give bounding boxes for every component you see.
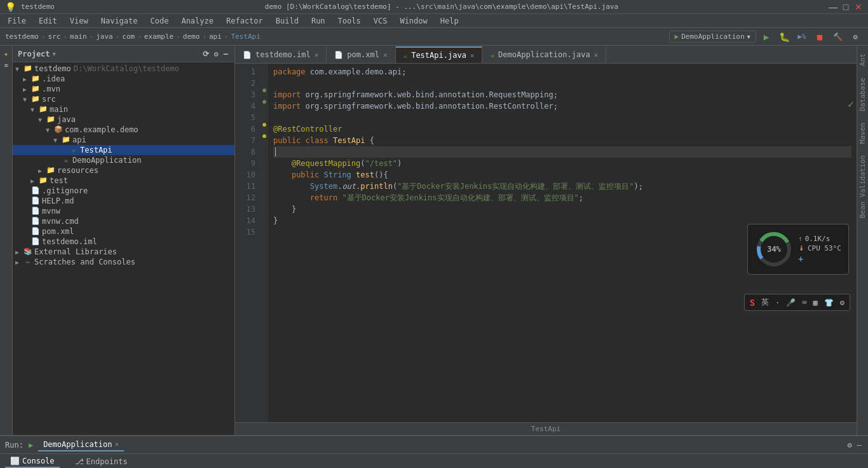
tab-testapi-java[interactable]: ☕ TestApi.java ✕ xyxy=(396,46,483,63)
database-panel-label[interactable]: Database xyxy=(857,72,868,116)
tree-item-resources[interactable]: ▶ 📁 resources xyxy=(13,165,234,176)
stop-button[interactable]: ■ xyxy=(812,29,827,45)
menu-file[interactable]: File xyxy=(3,15,31,27)
settings-toolbar-button[interactable]: ⚙ xyxy=(848,29,863,45)
tree-item-src[interactable]: ▼ 📁 src xyxy=(13,94,234,104)
main-content: ★ ≡ Project ▼ ⟳ ⚙ — ▼ 📁 testdemo D:\Work… xyxy=(0,46,868,435)
menu-edit[interactable]: Edit xyxy=(34,15,62,27)
project-panel-header: Project ▼ ⟳ ⚙ — xyxy=(13,46,234,62)
tree-arrow-java: ▼ xyxy=(38,116,46,123)
run-button[interactable]: ▶ xyxy=(759,29,774,45)
tab-pom-xml[interactable]: 📄 pom.xml ✕ xyxy=(327,46,395,63)
tree-item-demoapplication[interactable]: ▶ ☕ DemoApplication xyxy=(13,155,234,165)
tree-item-gitignore[interactable]: ▶ 📄 .gitignore xyxy=(13,186,234,196)
ime-dot-btn[interactable]: · xyxy=(773,297,782,308)
bean-validation-panel-label[interactable]: Bean Validation xyxy=(857,150,868,223)
mvnw-icon: 📄 xyxy=(31,207,41,216)
breadcrumb-testapi[interactable]: TestApi xyxy=(231,32,260,41)
perf-add-icon: + xyxy=(798,254,803,264)
menu-navigate[interactable]: Navigate xyxy=(96,15,143,27)
tree-label-testdemo: testdemo xyxy=(34,64,71,73)
run-settings-btn[interactable]: ⚙ xyxy=(846,439,853,451)
project-sync-btn[interactable]: ⟳ xyxy=(201,48,210,60)
project-gear-btn[interactable]: ⚙ xyxy=(213,48,220,60)
breadcrumb-testdemo[interactable]: testdemo xyxy=(5,32,39,41)
menu-refactor[interactable]: Refactor xyxy=(221,15,268,27)
run-config-selector[interactable]: ▶ DemoApplication ▼ xyxy=(669,31,756,43)
run-hide-btn[interactable]: — xyxy=(856,439,863,451)
structure-icon[interactable]: ≡ xyxy=(1,60,11,70)
ime-eng-btn[interactable]: 英 xyxy=(759,296,771,309)
run-tab-close[interactable]: ✕ xyxy=(115,440,119,448)
debug-button[interactable]: 🐛 xyxy=(776,29,792,45)
breadcrumb-example[interactable]: example xyxy=(144,32,173,41)
tab-close-testapi-java[interactable]: ✕ xyxy=(470,52,475,60)
breadcrumb-api[interactable]: api xyxy=(209,32,222,41)
ime-shirt-btn[interactable]: 👕 xyxy=(822,297,836,308)
tree-arrow-src: ▼ xyxy=(23,96,31,103)
editor-bottom-bar: TestApi xyxy=(235,422,857,435)
tab-close-testdemo-iml[interactable]: ✕ xyxy=(315,51,319,59)
tree-item-pomxml[interactable]: ▶ 📄 pom.xml xyxy=(13,226,234,237)
tree-item-java[interactable]: ▼ 📁 java xyxy=(13,114,234,125)
ime-mic-btn[interactable]: 🎤 xyxy=(783,297,798,308)
line-num-5: 5 xyxy=(235,112,261,123)
build-button[interactable]: 🔨 xyxy=(830,29,845,45)
favorites-icon[interactable]: ★ xyxy=(1,48,11,59)
tab-testdemo-iml[interactable]: 📄 testdemo.iml ✕ xyxy=(235,46,327,63)
maven-panel-label[interactable]: Maven xyxy=(857,118,868,149)
left-strip: ★ ≡ xyxy=(0,46,13,435)
tree-label-demoapplication: DemoApplication xyxy=(72,156,141,165)
minimize-button[interactable]: — xyxy=(829,3,837,11)
breadcrumb-com[interactable]: com xyxy=(122,32,135,41)
tree-arrow-api: ▼ xyxy=(53,137,61,144)
tree-item-test[interactable]: ▶ 📁 test xyxy=(13,176,234,186)
tab-close-pom-xml[interactable]: ✕ xyxy=(383,51,388,59)
tab-console[interactable]: ⬜ Console xyxy=(5,455,60,468)
tree-item-idea[interactable]: ▶ 📁 .idea xyxy=(13,74,234,84)
run-tab-icon: ▶ xyxy=(29,441,33,450)
tree-item-mvn[interactable]: ▶ 📁 .mvn xyxy=(13,84,234,94)
menu-vcs[interactable]: VCS xyxy=(369,15,393,27)
run-tab-demoapplication[interactable]: DemoApplication ✕ xyxy=(38,439,124,451)
menu-run[interactable]: Run xyxy=(306,15,330,27)
tree-item-mvnwcmd[interactable]: ▶ 📄 mvnw.cmd xyxy=(13,216,234,226)
tree-item-testdemoiml[interactable]: ▶ 📄 testdemo.iml xyxy=(13,237,234,247)
scratches-icon: ✏ xyxy=(23,258,33,266)
tree-item-mvnw[interactable]: ▶ 📄 mvnw xyxy=(13,206,234,216)
close-button[interactable]: ✕ xyxy=(854,3,863,11)
menu-build[interactable]: Build xyxy=(271,15,304,27)
maximize-button[interactable]: □ xyxy=(841,3,850,11)
menu-code[interactable]: Code xyxy=(146,15,174,27)
tree-item-package[interactable]: ▼ 📦 com.example.demo xyxy=(13,125,234,135)
tree-item-scratches[interactable]: ▶ ✏ Scratches and Consoles xyxy=(13,257,234,267)
ant-panel-label[interactable]: Ant xyxy=(857,48,868,71)
tab-endpoints[interactable]: ⎇ Endpoints xyxy=(70,456,133,467)
tree-item-testdemo[interactable]: ▼ 📁 testdemo D:\WorkCatalog\testdemo xyxy=(13,64,234,74)
tab-demoapplication-java[interactable]: ☕ DemoApplication.java ✕ xyxy=(482,46,606,63)
menu-analyze[interactable]: Analyze xyxy=(176,15,219,27)
performance-widget[interactable]: 34% ↑ 0.1K/s 🌡 CPU 53°C + xyxy=(747,224,849,275)
breadcrumb-java[interactable]: java xyxy=(96,32,113,41)
breadcrumb-demo[interactable]: demo xyxy=(183,32,200,41)
ime-s-btn[interactable]: S xyxy=(747,296,757,309)
breadcrumb-src[interactable]: src xyxy=(48,32,61,41)
tab-close-demoapplication-java[interactable]: ✕ xyxy=(594,51,599,59)
ime-keyboard-btn[interactable]: ⌨ xyxy=(799,297,809,308)
menu-window[interactable]: Window xyxy=(395,15,432,27)
menu-tools[interactable]: Tools xyxy=(333,15,366,27)
tree-item-main[interactable]: ▼ 📁 main xyxy=(13,104,234,114)
tree-item-api[interactable]: ▼ 📁 api xyxy=(13,135,234,145)
tree-item-testapi[interactable]: ▶ ☕ TestApi xyxy=(13,145,234,155)
menu-help[interactable]: Help xyxy=(435,15,464,27)
coverage-button[interactable]: ▶% xyxy=(794,29,810,45)
project-dropdown-icon[interactable]: ▼ xyxy=(53,51,56,57)
ime-grid-btn[interactable]: ▦ xyxy=(811,297,820,308)
tree-item-helpmd[interactable]: ▶ 📄 HELP.md xyxy=(13,196,234,206)
code-line-10: public String test(){ xyxy=(273,169,851,181)
breadcrumb-main[interactable]: main xyxy=(70,32,87,41)
tree-item-extlibs[interactable]: ▶ 📚 External Libraries xyxy=(13,247,234,257)
project-hide-btn[interactable]: — xyxy=(222,48,229,60)
ime-settings-btn[interactable]: ⚙ xyxy=(837,297,847,308)
menu-view[interactable]: View xyxy=(65,15,93,27)
